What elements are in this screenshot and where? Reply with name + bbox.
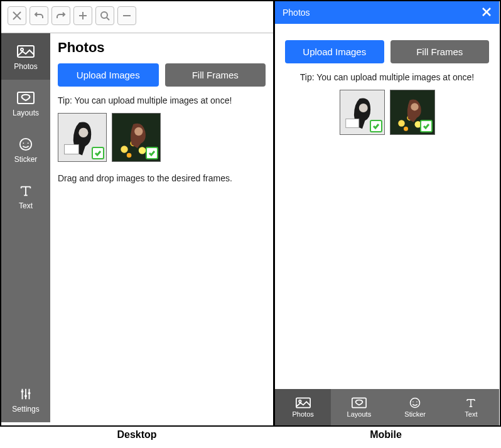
zoom-button[interactable] [95,6,114,25]
selected-badge [420,120,433,132]
svg-rect-7 [21,391,24,393]
svg-point-17 [127,153,132,158]
svg-point-18 [134,127,143,136]
svg-point-14 [121,146,127,152]
svg-rect-30 [352,398,366,407]
svg-rect-8 [24,395,27,397]
bottomnav-item-photos[interactable]: Photos [275,389,331,425]
svg-point-26 [404,127,408,131]
panel-title: Photos [58,40,266,56]
add-button[interactable] [73,6,92,25]
sidebar-item-label: Settings [12,405,39,413]
upload-tip: Tip: You can upload multiple images at o… [58,95,266,105]
photo-thumbnail[interactable] [340,90,385,135]
sidebar-item-settings[interactable]: Settings [1,373,50,422]
svg-point-21 [358,104,367,112]
bottomnav-item-layouts[interactable]: Layouts [331,389,387,425]
check-icon [372,122,380,130]
bottomnav-item-text[interactable]: Text [443,389,499,425]
layouts-icon [17,91,35,105]
bottomnav-item-label: Photos [293,410,314,418]
layouts-icon [352,397,367,408]
svg-point-33 [416,401,418,402]
top-toolbar [1,1,273,30]
check-icon [148,149,156,157]
sidebar-item-photos[interactable]: Photos [1,33,50,80]
sidebar-item-label: Text [19,201,33,210]
sidebar-item-label: Photos [14,62,37,71]
close-icon [482,7,492,17]
selected-badge [370,120,382,132]
minus-icon [122,11,132,21]
sidebar-item-text[interactable]: Text [1,173,50,219]
settings-icon [17,387,35,401]
sidebar: Photos Layouts Sticker Text [1,33,50,422]
bottomnav-item-label: Sticker [404,410,426,418]
drag-hint: Drag and drop images to the desired fram… [58,173,266,183]
svg-point-2 [21,48,23,51]
svg-rect-9 [28,392,31,394]
caption-desktop: Desktop [0,429,274,440]
bottomnav-item-label: Layouts [347,410,372,418]
caption-mobile: Mobile [274,429,498,440]
svg-point-6 [28,142,29,144]
text-icon [17,184,35,198]
mobile-photos-panel: Upload Images Fill Frames Tip: You can u… [275,24,499,389]
sidebar-item-label: Layouts [13,109,39,117]
close-button[interactable] [8,6,26,25]
check-icon [423,122,430,130]
undo-button[interactable] [30,6,48,25]
mobile-close-button[interactable] [482,7,492,19]
mobile-header: Photos [275,1,499,24]
plus-icon [78,11,88,21]
photo-thumbnail[interactable] [390,90,435,135]
svg-point-16 [139,147,146,154]
undo-icon [34,11,44,21]
svg-point-4 [20,139,31,150]
redo-icon [56,11,66,21]
svg-point-12 [78,128,88,137]
sidebar-item-sticker[interactable]: Sticker [1,126,50,173]
photo-thumbnail[interactable] [58,113,107,162]
svg-rect-11 [65,144,79,154]
upload-tip: Tip: You can upload multiple images at o… [285,72,489,82]
mobile-header-title: Photos [283,8,310,18]
sticker-icon [17,137,35,151]
bottomnav-item-label: Text [465,410,477,418]
svg-point-32 [412,401,414,402]
sidebar-item-label: Sticker [14,155,38,164]
check-icon [94,149,102,157]
svg-point-5 [23,142,24,144]
sticker-icon [407,397,423,408]
close-icon [12,11,22,21]
svg-rect-3 [18,92,34,104]
redo-button[interactable] [51,6,70,25]
text-icon [463,397,478,408]
sidebar-item-layouts[interactable]: Layouts [1,80,50,126]
photo-thumbnail[interactable] [112,113,161,162]
svg-point-31 [411,398,420,407]
search-icon [100,11,110,21]
svg-point-23 [398,120,405,127]
mobile-bottom-nav: Photos Layouts Sticker Text [275,389,499,425]
remove-button[interactable] [117,6,136,25]
svg-point-29 [299,400,301,402]
photos-icon [17,45,35,58]
photos-icon [296,397,311,408]
selected-badge [146,147,158,159]
svg-point-0 [101,12,107,18]
svg-rect-20 [345,119,358,128]
fill-frames-button[interactable]: Fill Frames [391,40,490,63]
upload-images-button[interactable]: Upload Images [285,40,384,63]
bottomnav-item-sticker[interactable]: Sticker [387,389,443,425]
svg-point-27 [411,103,418,110]
photos-panel: Photos Upload Images Fill Frames Tip: Yo… [50,33,273,422]
selected-badge [92,147,104,159]
upload-images-button[interactable]: Upload Images [58,63,159,87]
fill-frames-button[interactable]: Fill Frames [165,63,266,87]
